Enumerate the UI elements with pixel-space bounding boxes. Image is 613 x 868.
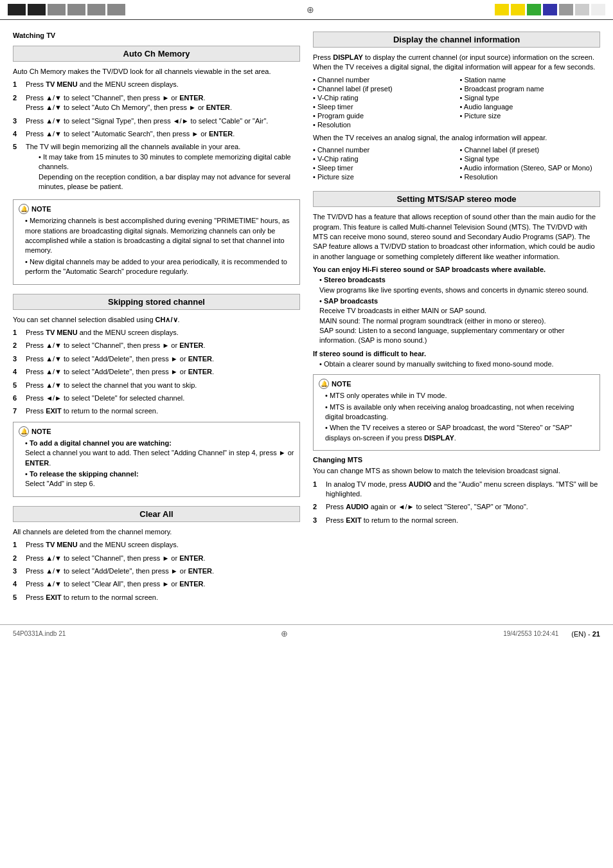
- clear-all-title: Clear All: [13, 506, 300, 522]
- auto-step-3: 3 Press ▲/▼ to select "Signal Type", the…: [13, 116, 300, 126]
- analog-col-1: Channel number V-Chip rating Sleep timer…: [313, 146, 454, 182]
- analog-item-resolution: Resolution: [460, 173, 601, 181]
- mts-step-text-1: In analog TV mode, press AUDIO and the "…: [326, 480, 600, 500]
- watching-tv-label: Watching TV: [13, 32, 300, 39]
- mts-note-box: 🔔 NOTE MTS only operates while in TV mod…: [313, 374, 600, 451]
- clear-step-text-2: Press ▲/▼ to select "Channel", then pres…: [26, 554, 300, 563]
- digital-item-vchip: V-Chip rating: [313, 94, 454, 102]
- footer-page: (EN) - 21: [571, 630, 600, 638]
- mts-step-text-3: Press EXIT to return to the normal scree…: [326, 516, 600, 525]
- footer-right-date: 19/4/2553 10:24:41: [503, 630, 558, 637]
- skip-step-text-5: Press ▲/▼ to select the channel that you…: [26, 381, 300, 390]
- clear-step-text-1: Press TV MENU and the MENU screen displa…: [26, 540, 300, 550]
- mts-note-list: MTS only operates while in TV mode. MTS …: [325, 391, 594, 443]
- skipping-stored-section: Skipping stored channel You can set chan…: [13, 294, 300, 497]
- mts-step-num-2: 2: [313, 502, 323, 512]
- skip-step-num-3: 3: [13, 354, 23, 364]
- mts-sap-section: Setting MTS/SAP stereo mode The TV/DVD h…: [313, 191, 600, 525]
- step-num-5: 5: [13, 142, 23, 194]
- difficult-heading: If stereo sound is difficult to hear.: [313, 350, 600, 357]
- mts-note-item-3: When the TV receives a stereo or SAP bro…: [325, 423, 594, 443]
- note-icon: 🔔: [19, 204, 29, 214]
- step-num-1: 1: [13, 80, 23, 89]
- clear-step-3: 3 Press ▲/▼ to select "Add/Delete", then…: [13, 566, 300, 576]
- skip-note-item-1: To add a digital channel you are watchin…: [25, 439, 294, 468]
- auto-ch-memory-title: Auto Ch Memory: [13, 46, 300, 62]
- skip-step-text-4: Press ▲/▼ to select "Add/Delete", then p…: [26, 367, 300, 377]
- skip-step-2: 2 Press ▲/▼ to select "Channel", then pr…: [13, 341, 300, 350]
- changing-mts-title: Changing MTS: [313, 456, 600, 464]
- color-block-yellow2: [511, 4, 525, 15]
- skip-step-text-3: Press ▲/▼ to select "Add/Delete", then p…: [26, 354, 300, 364]
- mts-step-3: 3 Press EXIT to return to the normal scr…: [313, 516, 600, 525]
- step-text-4: Press ▲/▼ to select "Automatic Search", …: [26, 129, 300, 139]
- color-block-yellow: [495, 4, 509, 15]
- skip-step-7: 7 Press EXIT to return to the normal scr…: [13, 406, 300, 416]
- step-text-5: The TV will begin memorizing all the cha…: [26, 142, 300, 194]
- skip-step-num-7: 7: [13, 406, 23, 416]
- skip-step-text-7: Press EXIT to return to the normal scree…: [26, 406, 300, 416]
- skip-note-list: To add a digital channel you are watchin…: [25, 439, 294, 489]
- skip-step-num-2: 2: [13, 341, 23, 350]
- note-list: Memorizing channels is best accomplished…: [25, 216, 294, 276]
- digital-col-2-list: Station name Broadcast program name Sign…: [460, 76, 601, 120]
- digital-item-station: Station name: [460, 76, 601, 84]
- display-channel-intro: Press DISPLAY to display the current cha…: [313, 53, 600, 73]
- difficult-item: Obtain a clearer sound by manually switc…: [319, 359, 600, 369]
- footer-page-num: 21: [592, 630, 600, 638]
- analog-item-channel-label: Channel label (if preset): [460, 146, 601, 154]
- note-item-2: New digital channels may be added to you…: [25, 257, 294, 277]
- broadcasts-heading: You can enjoy Hi-Fi stereo sound or SAP …: [313, 266, 600, 273]
- right-column: Display the channel information Press DI…: [313, 32, 600, 611]
- mts-note-icon: 🔔: [319, 379, 329, 389]
- analog-info-list: Channel number V-Chip rating Sleep timer…: [313, 146, 600, 182]
- footer-left-text: 54P0331A.indb 21: [13, 630, 66, 637]
- color-block-green: [527, 4, 541, 15]
- skip-note-header: 🔔 NOTE: [19, 426, 294, 437]
- analog-item-vchip: V-Chip rating: [313, 155, 454, 163]
- analog-item-sleep: Sleep timer: [313, 164, 454, 172]
- difficult-list: Obtain a clearer sound by manually switc…: [319, 359, 600, 369]
- header-block-6: [107, 4, 125, 15]
- skip-step-text-2: Press ▲/▼ to select "Channel", then pres…: [26, 341, 300, 350]
- digital-item-channel-num: Channel number: [313, 76, 454, 84]
- sap-broadcasts-item: SAP broadcastsReceive TV broadcasts in e…: [319, 296, 600, 346]
- footer-right-area: 19/4/2553 10:24:41 (EN) - 21: [503, 630, 600, 638]
- color-block-blue: [543, 4, 557, 15]
- skip-step-num-1: 1: [13, 328, 23, 338]
- color-block-gray: [559, 4, 573, 15]
- header-center-symbol: ⊕: [306, 5, 314, 15]
- clear-step-5: 5 Press EXIT to return to the normal scr…: [13, 593, 300, 602]
- clear-step-text-5: Press EXIT to return to the normal scree…: [26, 593, 300, 602]
- header-left-decoration: [8, 4, 125, 15]
- skip-step-num-5: 5: [13, 381, 23, 390]
- analog-intro: When the TV receives an analog signal, t…: [313, 133, 600, 143]
- skipping-stored-intro: You can set channel selection disabled u…: [13, 315, 300, 325]
- step-num-3: 3: [13, 116, 23, 126]
- color-block-white: [591, 4, 605, 15]
- clear-step-2: 2 Press ▲/▼ to select "Channel", then pr…: [13, 554, 300, 563]
- mts-step-num-1: 1: [313, 480, 323, 500]
- clear-step-text-3: Press ▲/▼ to select "Add/Delete", then p…: [26, 566, 300, 576]
- step-5-sub: It may take from 15 minutes to 30 minute…: [39, 152, 300, 192]
- note-label: NOTE: [31, 205, 51, 213]
- mts-note-item-1: MTS only operates while in TV mode.: [325, 391, 594, 401]
- main-content: Watching TV Auto Ch Memory Auto Ch Memor…: [0, 20, 613, 618]
- skip-note-item-2: To release the skipping channel:Select "…: [25, 469, 294, 489]
- clear-step-text-4: Press ▲/▼ to select "Clear All", then pr…: [26, 579, 300, 589]
- skip-step-6: 6 Press ◄/► to select "Delete" for selec…: [13, 393, 300, 403]
- auto-step-1: 1 Press TV MENU and the MENU screen disp…: [13, 80, 300, 89]
- skip-step-4: 4 Press ▲/▼ to select "Add/Delete", then…: [13, 367, 300, 377]
- step-num-4: 4: [13, 129, 23, 139]
- header-right-decoration: [495, 4, 605, 15]
- skip-note-icon: 🔔: [19, 426, 29, 437]
- step-text-3: Press ▲/▼ to select "Signal Type", then …: [26, 116, 300, 126]
- skip-step-text-6: Press ◄/► to select "Delete" for selecte…: [26, 393, 300, 403]
- changing-mts-intro: You can change MTS as shown below to mat…: [313, 466, 600, 476]
- left-column: Watching TV Auto Ch Memory Auto Ch Memor…: [13, 32, 300, 611]
- footer: 54P0331A.indb 21 ⊕ 19/4/2553 10:24:41 (E…: [0, 624, 613, 642]
- header-block-1: [8, 4, 26, 15]
- mts-step-1: 1 In analog TV mode, press AUDIO and the…: [313, 480, 600, 500]
- mts-step-num-3: 3: [313, 516, 323, 525]
- digital-col-2: Station name Broadcast program name Sign…: [460, 76, 601, 130]
